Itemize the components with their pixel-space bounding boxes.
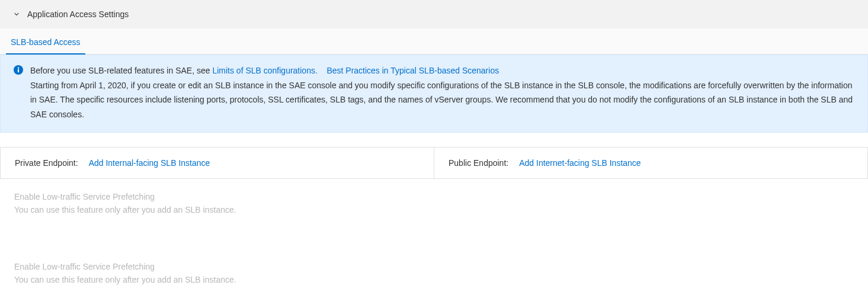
public-endpoint-label: Public Endpoint: <box>449 158 508 168</box>
info-banner: Before you use SLB-related features in S… <box>0 55 868 133</box>
svg-rect-2 <box>18 69 19 73</box>
svg-point-1 <box>18 67 19 68</box>
banner-body: Starting from April 1, 2020, if you crea… <box>30 78 854 122</box>
link-limits[interactable]: Limits of SLB configurations. <box>212 66 317 75</box>
endpoint-row: Private Endpoint: Add Internal-facing SL… <box>0 147 868 179</box>
prefetch-title-2: Enable Low-traffic Service Prefetching <box>14 262 854 271</box>
prefetch-hint-2: You can use this feature only after you … <box>14 275 854 284</box>
link-best-practices[interactable]: Best Practices in Typical SLB-based Scen… <box>326 66 499 75</box>
private-endpoint-cell: Private Endpoint: Add Internal-facing SL… <box>1 148 434 178</box>
prefetch-hint: You can use this feature only after you … <box>14 205 854 214</box>
add-internal-slb-link[interactable]: Add Internal-facing SLB Instance <box>89 158 210 168</box>
add-internet-slb-link[interactable]: Add Internet-facing SLB Instance <box>519 158 640 168</box>
info-body: Before you use SLB-related features in S… <box>30 63 854 121</box>
chevron-down-icon[interactable] <box>12 9 21 19</box>
public-endpoint-cell: Public Endpoint: Add Internet-facing SLB… <box>434 148 867 178</box>
tabs-bar: SLB-based Access <box>0 28 868 55</box>
prefetch-section-2: Enable Low-traffic Service Prefetching Y… <box>0 249 868 290</box>
prefetch-title: Enable Low-traffic Service Prefetching <box>14 192 854 201</box>
banner-intro: Before you use SLB-related features in S… <box>30 66 212 75</box>
tab-slb-access[interactable]: SLB-based Access <box>9 37 82 54</box>
section-title: Application Access Settings <box>27 9 129 19</box>
prefetch-section-1: Enable Low-traffic Service Prefetching Y… <box>0 179 868 220</box>
private-endpoint-label: Private Endpoint: <box>15 158 78 168</box>
info-icon <box>14 65 23 75</box>
section-header: Application Access Settings <box>0 0 868 28</box>
